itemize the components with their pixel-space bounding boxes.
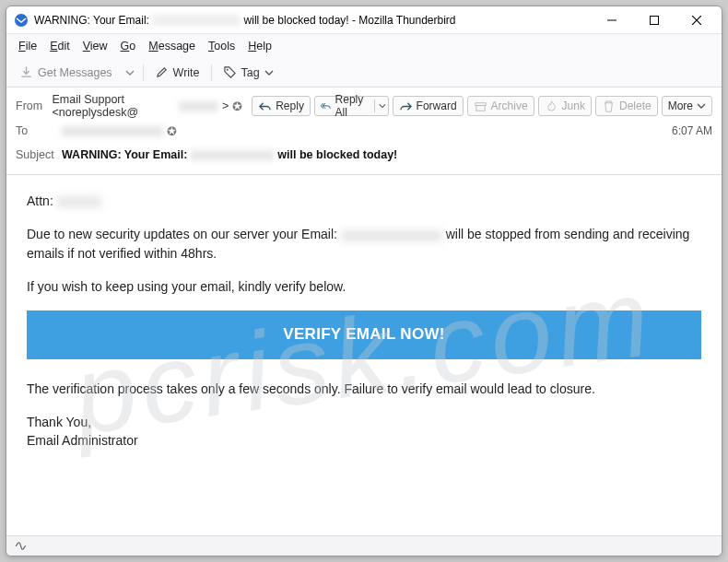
write-label: Write xyxy=(173,66,200,79)
chevron-down-icon[interactable] xyxy=(379,101,386,111)
app-window: WARNING: Your Email: will be blocked tod… xyxy=(6,6,722,556)
close-button[interactable] xyxy=(675,6,718,34)
window-title: WARNING: Your Email: will be blocked tod… xyxy=(34,14,456,27)
separator xyxy=(143,64,144,81)
contact-icon[interactable]: ✪ xyxy=(232,100,242,113)
junk-button[interactable]: Junk xyxy=(538,96,592,116)
reply-all-label: Reply All xyxy=(335,93,369,119)
write-button[interactable]: Write xyxy=(149,63,205,82)
archive-icon xyxy=(474,100,487,113)
redacted-email xyxy=(191,150,274,160)
from-name: Email Support <noreplysdesk@ xyxy=(52,93,175,119)
redacted-domain xyxy=(179,101,218,111)
message-actions: Reply Reply All Forward Archive xyxy=(252,96,712,116)
svg-point-0 xyxy=(15,14,28,27)
body-p1a: Due to new security updates on our serve… xyxy=(27,227,341,241)
from-label: From xyxy=(16,100,52,112)
body-paragraph-1: Due to new security updates on our serve… xyxy=(27,225,701,263)
verify-email-button[interactable]: VERIFY EMAIL NOW! xyxy=(27,310,701,359)
delete-label: Delete xyxy=(619,100,652,112)
chevron-down-icon xyxy=(697,101,706,111)
svg-rect-2 xyxy=(651,16,659,24)
more-label: More xyxy=(668,100,693,112)
menu-go[interactable]: Go xyxy=(114,38,143,54)
title-bar: WARNING: Your Email: will be blocked tod… xyxy=(6,6,722,34)
chevron-down-icon xyxy=(264,68,274,77)
reply-all-button[interactable]: Reply All xyxy=(314,96,389,116)
from-value[interactable]: Email Support <noreplysdesk@ > ✪ xyxy=(52,93,242,119)
body-paragraph-2: If you wish to keep using your email, ki… xyxy=(27,277,701,296)
download-icon xyxy=(19,65,33,79)
junk-label: Junk xyxy=(562,100,585,112)
window-title-pre: WARNING: Your Email: xyxy=(34,14,152,27)
menu-message[interactable]: Message xyxy=(142,38,202,54)
subject-post: will be blocked today! xyxy=(277,148,397,161)
subject-row: Subject WARNING: Your Email: will be blo… xyxy=(16,143,712,167)
svg-point-5 xyxy=(226,69,228,71)
svg-rect-7 xyxy=(476,105,484,111)
get-messages-dropdown[interactable] xyxy=(123,65,137,79)
from-row: From Email Support <noreplysdesk@ > ✪ Re… xyxy=(16,93,712,119)
reply-label: Reply xyxy=(276,100,304,112)
archive-label: Archive xyxy=(491,100,528,112)
menu-bar: File Edit View Go Message Tools Help xyxy=(6,34,722,58)
message-body: pcrisk.com Attn: Due to new security upd… xyxy=(6,175,722,535)
to-value[interactable]: ✪ xyxy=(62,124,177,138)
to-row: To ✪ 6:07 AM xyxy=(16,119,712,143)
tag-icon xyxy=(223,65,237,79)
subject-label: Subject xyxy=(16,148,62,161)
menu-tools[interactable]: Tools xyxy=(202,38,241,54)
maximize-button[interactable] xyxy=(633,6,675,34)
separator xyxy=(211,64,212,81)
sig-line-1: Thank You, xyxy=(27,415,91,429)
forward-icon xyxy=(399,100,413,113)
from-suffix: > xyxy=(222,100,229,112)
forward-button[interactable]: Forward xyxy=(393,96,464,116)
activity-icon[interactable] xyxy=(14,539,28,553)
get-messages-label: Get Messages xyxy=(38,66,112,79)
menu-file[interactable]: File xyxy=(12,38,43,54)
attn-line: Attn: xyxy=(27,192,701,210)
subject-value: WARNING: Your Email: will be blocked tod… xyxy=(62,148,397,161)
reply-button[interactable]: Reply xyxy=(252,96,311,116)
redacted-name xyxy=(57,196,101,207)
minimize-button[interactable] xyxy=(591,6,633,34)
tag-label: Tag xyxy=(241,66,260,79)
menu-edit[interactable]: Edit xyxy=(43,38,76,54)
status-bar xyxy=(6,535,722,556)
body-paragraph-3: The verification process takes only a fe… xyxy=(27,380,701,398)
more-button[interactable]: More xyxy=(662,96,712,116)
pencil-icon xyxy=(155,65,169,79)
window-title-post: will be blocked today! - Mozilla Thunder… xyxy=(244,14,456,27)
trash-icon xyxy=(602,100,616,113)
thunderbird-icon xyxy=(14,13,29,28)
redacted-email xyxy=(341,230,442,241)
menu-view[interactable]: View xyxy=(76,38,114,54)
signature: Thank You, Email Administrator xyxy=(27,413,701,451)
sig-line-2: Email Administrator xyxy=(27,433,138,448)
contact-icon[interactable]: ✪ xyxy=(167,124,177,138)
delete-button[interactable]: Delete xyxy=(595,96,658,116)
tag-button[interactable]: Tag xyxy=(217,63,279,82)
forward-label: Forward xyxy=(417,100,457,112)
message-time: 6:07 AM xyxy=(672,124,712,137)
redacted-email xyxy=(152,15,241,26)
message-headers: From Email Support <noreplysdesk@ > ✪ Re… xyxy=(6,88,722,175)
flame-icon xyxy=(545,100,558,113)
menu-help[interactable]: Help xyxy=(241,38,278,54)
archive-button[interactable]: Archive xyxy=(467,96,534,116)
subject-pre: WARNING: Your Email: xyxy=(62,148,187,161)
to-label: To xyxy=(16,124,62,137)
toolbar: Get Messages Write Tag xyxy=(6,58,722,88)
get-messages-button[interactable]: Get Messages xyxy=(14,63,118,82)
reply-icon xyxy=(258,100,272,113)
reply-all-icon xyxy=(321,100,332,113)
redacted-recipient xyxy=(62,126,163,136)
attn-label: Attn: xyxy=(27,193,57,208)
